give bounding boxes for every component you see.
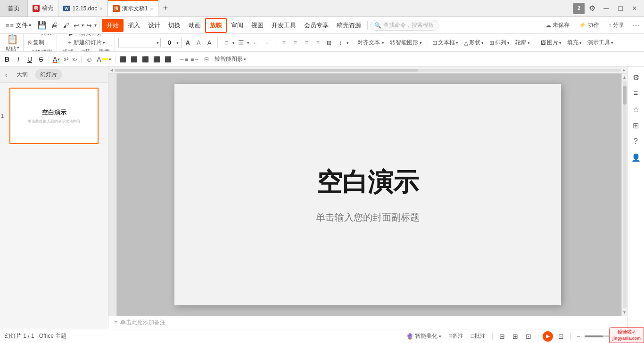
line-height-button[interactable]: ↕ [335, 38, 346, 48]
share-btn[interactable]: ↑ 分享 [605, 20, 628, 31]
ppt-tab-close[interactable]: × [150, 6, 153, 12]
font-size-arrow[interactable]: ▾ [176, 40, 179, 45]
new-slide-button[interactable]: ＋ 新建幻灯片 ▾ [65, 38, 107, 47]
list-unordered-button[interactable]: ≡ [221, 38, 231, 48]
new-tab-button[interactable]: + [158, 0, 173, 16]
indent-dec-button[interactable]: ← [250, 38, 261, 48]
indent-more-btn2[interactable]: ≡→ [190, 54, 200, 65]
font-increase-button[interactable]: A [182, 38, 193, 48]
emoji-button[interactable]: ☺ [84, 54, 94, 65]
settings-icon[interactable]: ⚙ [586, 2, 599, 15]
align-center-btn2[interactable]: ⬛ [129, 54, 140, 65]
zoom-minus-btn[interactable]: － [575, 332, 582, 341]
print-icon[interactable]: 🖨 [49, 20, 60, 31]
smart-beautify-btn[interactable]: 🔮 智能美化 ▾ [404, 331, 444, 341]
format-painter-button[interactable]: 🖌 格式刷 [27, 48, 54, 52]
restore-button[interactable]: □ [614, 2, 627, 15]
rt-user-btn[interactable]: 👤 [629, 151, 643, 164]
shape-button[interactable]: △ 形状 ▾ [462, 38, 486, 48]
shape-arrow[interactable]: ▾ [481, 41, 484, 45]
vertical-scrollbar[interactable]: ▴ ▾ [621, 74, 627, 316]
menu-slideshow[interactable]: 放映 [205, 18, 227, 33]
list-ordered-button[interactable]: ☰ [236, 38, 246, 48]
menu-file[interactable]: ≡ ≡ 文件 ▾ [2, 19, 35, 32]
arrange-arrow[interactable]: ▾ [507, 41, 510, 45]
image-arrow[interactable]: ▾ [559, 41, 561, 45]
rt-grid-btn[interactable]: ⊞ [629, 119, 643, 132]
col-layout-button[interactable]: ⊞ [324, 38, 334, 48]
menu-insert[interactable]: 插入 [124, 19, 144, 32]
paste-label[interactable]: 粘贴 [6, 45, 16, 52]
menu-review[interactable]: 审阅 [227, 19, 247, 32]
play-status-btn[interactable]: ▶ [543, 331, 553, 342]
view-slide-btn[interactable]: ⊞ [510, 331, 520, 342]
slide-main-title[interactable]: 空白演示 [317, 165, 419, 200]
justify-button[interactable]: ≡ [313, 38, 323, 48]
tab-word[interactable]: W 12.15.doc × [58, 0, 108, 16]
copy-button[interactable]: ⎘ 复制 [27, 38, 54, 47]
highlight-arrow[interactable]: ▾ [109, 57, 111, 62]
comment-status-btn[interactable]: □批注 [469, 331, 488, 341]
fill-button[interactable]: 填充 ▾ [565, 38, 584, 48]
view-normal-btn[interactable]: ⊟ [497, 331, 507, 342]
font-name-arrow[interactable]: ▾ [157, 40, 159, 45]
textbox-arrow[interactable]: ▾ [456, 41, 458, 45]
font-decrease-button[interactable]: A [194, 38, 203, 48]
underline-button[interactable]: U [25, 54, 35, 65]
redo-arrow[interactable]: ▾ [94, 23, 97, 28]
scroll-right-btn[interactable]: ▸ [623, 67, 625, 73]
list-unordered-arrow[interactable]: ▾ [232, 41, 235, 45]
slide-subtitle[interactable]: 单击输入您的封面副标题 [316, 211, 420, 224]
word-tab-close[interactable]: × [99, 6, 102, 11]
reset-button[interactable]: 重置 [97, 48, 112, 52]
align-text-button[interactable]: 对齐文本 ▾ [355, 38, 386, 48]
menu-resources[interactable]: 稿壳资源 [333, 19, 365, 32]
arrange-button[interactable]: ⊞ 排列 ▾ [487, 38, 512, 48]
font-name-input[interactable]: ▾ [118, 38, 161, 48]
presentation-tools-button[interactable]: 演示工具 ▾ [586, 38, 615, 48]
slides-tab[interactable]: 幻灯片 [35, 69, 62, 80]
indent-inc-button[interactable]: → [262, 38, 272, 48]
align-center-button[interactable]: ≡ [290, 38, 300, 48]
notes-bar[interactable]: ≡ 单击此处添加备注 [108, 316, 627, 329]
close-button[interactable]: × [628, 2, 641, 15]
cloud-save-btn[interactable]: ☁ 未保存 [542, 20, 573, 31]
scroll-left-btn[interactable]: ◂ [110, 67, 113, 73]
subscript-button[interactable]: x₂ [71, 55, 79, 64]
rt-star-btn[interactable]: ☆ [629, 103, 643, 116]
bold-button[interactable]: B [2, 54, 12, 65]
menu-member[interactable]: 会员专享 [300, 19, 332, 32]
highlight-button[interactable]: A ▾ [95, 55, 112, 64]
tab-wps[interactable]: 稿 稿壳 [28, 0, 58, 16]
slide-page[interactable]: 空白演示 单击输入您的封面副标题 [174, 84, 561, 305]
textbox-button[interactable]: ⊡ 文本框 ▾ [430, 38, 460, 48]
line-height-arrow[interactable]: ▾ [347, 41, 349, 45]
font-size-input[interactable]: ▾ [162, 38, 182, 48]
outline-tab[interactable]: 大纲 [12, 69, 33, 80]
scroll-down-btn[interactable]: ▾ [623, 310, 626, 315]
outline-arrow[interactable]: ▾ [528, 41, 530, 45]
more-menu-btn[interactable]: ⋯ [630, 20, 642, 31]
rt-list-btn[interactable]: ≡ [629, 87, 643, 100]
menu-developer[interactable]: 开发工具 [268, 19, 300, 32]
undo-arrow[interactable]: ▾ [82, 23, 84, 28]
layout-button[interactable]: 版式▾ [60, 48, 78, 52]
clear-format-button[interactable]: A [204, 38, 215, 48]
rt-help-btn[interactable]: ? [629, 135, 643, 148]
align-left-btn2[interactable]: ⬛ [118, 54, 128, 65]
tab-ppt[interactable]: 演 演示文稿1 × [108, 0, 158, 16]
list-ordered-arrow[interactable]: ▾ [247, 41, 249, 45]
convert-arrow[interactable]: ▾ [420, 41, 422, 45]
new-slide-arrow[interactable]: ▾ [103, 41, 105, 45]
outline-button[interactable]: 轮廓 ▾ [513, 38, 532, 48]
font-color-button[interactable]: A ▾ [51, 55, 61, 64]
justify-btn2[interactable]: ⬛ [152, 54, 162, 65]
slide-canvas[interactable]: 空白演示 单击输入您的封面副标题 ▴ ▾ [108, 74, 627, 316]
font-color-arrow[interactable]: ▾ [58, 57, 60, 62]
redo-button[interactable]: ↪ [84, 21, 94, 30]
pres-tools-arrow[interactable]: ▾ [611, 41, 613, 45]
panel-nav-left[interactable]: ‹ [4, 71, 9, 79]
section-button[interactable]: □节▾ [80, 48, 95, 52]
undo-button[interactable]: ↩ [72, 21, 81, 30]
search-box[interactable]: 🔍 查找命令，搜索模板 [370, 20, 438, 31]
